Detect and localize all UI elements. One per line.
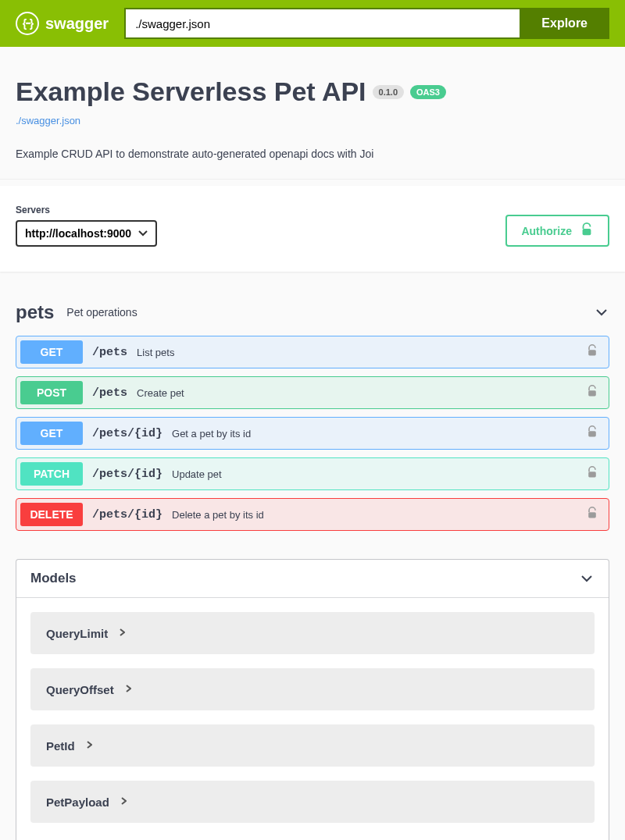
method-badge: GET [20, 340, 83, 364]
chevron-right-icon [120, 795, 127, 809]
method-badge: GET [20, 422, 83, 445]
spec-link[interactable]: ./swagger.json [16, 115, 80, 126]
model-name: QueryOffset [46, 683, 114, 696]
chevron-right-icon [119, 626, 125, 640]
scheme-container: Servers http://localhost:9000 Authorize [0, 186, 625, 272]
method-badge: PATCH [20, 462, 83, 486]
model-name: QueryLimit [46, 627, 108, 640]
server-select[interactable]: http://localhost:9000 [16, 220, 157, 247]
operation-summary: Get a pet by its id [172, 428, 586, 440]
method-badge: DELETE [20, 503, 83, 526]
model-name: PetId [46, 739, 75, 753]
model-item[interactable]: PetId [30, 724, 595, 767]
operation-row[interactable]: GET/pets/{id}Get a pet by its id [16, 417, 609, 450]
operation-path: /pets/{id} [92, 468, 162, 481]
operation-path: /pets [92, 346, 127, 359]
svg-rect-4 [588, 472, 596, 477]
authorize-button[interactable]: Authorize [505, 215, 609, 247]
oas-badge: OAS3 [410, 85, 446, 99]
operation-row[interactable]: DELETE/pets/{id}Delete a pet by its id [16, 498, 609, 531]
lock-icon [586, 507, 598, 522]
chevron-right-icon [125, 682, 131, 696]
model-item[interactable]: QueryLimit [30, 612, 595, 654]
servers-block: Servers http://localhost:9000 [16, 205, 157, 247]
tag-name: pets [16, 301, 54, 323]
operation-path: /pets/{id} [92, 508, 162, 521]
tag-description: Pet operations [66, 306, 594, 319]
models-title: Models [30, 571, 77, 586]
svg-rect-5 [588, 512, 596, 518]
servers-label: Servers [16, 205, 157, 215]
method-badge: POST [20, 381, 83, 404]
model-item[interactable]: QueryOffset [30, 668, 595, 710]
api-description: Example CRUD API to demonstrate auto-gen… [16, 148, 609, 160]
operation-summary: List pets [137, 347, 586, 358]
operation-path: /pets/{id} [92, 427, 162, 440]
operation-row[interactable]: GET/petsList pets [16, 336, 609, 368]
operation-row[interactable]: POST/petsCreate pet [16, 376, 609, 409]
api-title: Example Serverless Pet API [16, 77, 366, 107]
svg-rect-3 [588, 431, 596, 436]
lock-icon [586, 466, 598, 482]
chevron-down-icon [579, 571, 595, 586]
chevron-down-icon [594, 304, 609, 320]
url-form: Explore [124, 8, 609, 39]
chevron-right-icon [86, 739, 92, 753]
model-item[interactable]: PetPayload [30, 781, 595, 823]
operation-path: /pets [92, 386, 127, 400]
lock-icon [586, 385, 598, 400]
models-header[interactable]: Models [16, 560, 609, 598]
lock-icon [586, 344, 598, 360]
brand-name: swagger [45, 15, 109, 33]
swagger-logo-icon: {···} [16, 12, 39, 35]
models-section: Models QueryLimitQueryOffsetPetIdPetPayl… [16, 559, 609, 840]
lock-icon [586, 425, 598, 441]
version-badge: 0.1.0 [373, 85, 404, 99]
spec-url-input[interactable] [124, 8, 520, 39]
svg-rect-2 [588, 390, 596, 396]
logo: {···} swagger [16, 12, 109, 35]
svg-rect-0 [583, 229, 591, 235]
operation-summary: Delete a pet by its id [172, 509, 586, 521]
unlock-icon [580, 222, 594, 239]
svg-rect-1 [588, 350, 596, 355]
model-name: PetPayload [46, 796, 109, 809]
authorize-label: Authorize [521, 225, 572, 237]
explore-button[interactable]: Explore [520, 8, 609, 39]
operation-summary: Create pet [137, 387, 586, 399]
tag-header[interactable]: pets Pet operations [16, 297, 609, 336]
operation-summary: Update pet [172, 468, 586, 480]
tag-section-pets: pets Pet operations GET/petsList petsPOS… [16, 297, 609, 531]
operation-row[interactable]: PATCH/pets/{id}Update pet [16, 457, 609, 490]
info-section: Example Serverless Pet API 0.1.0 OAS3 ./… [0, 47, 625, 180]
topbar: {···} swagger Explore [0, 0, 625, 47]
